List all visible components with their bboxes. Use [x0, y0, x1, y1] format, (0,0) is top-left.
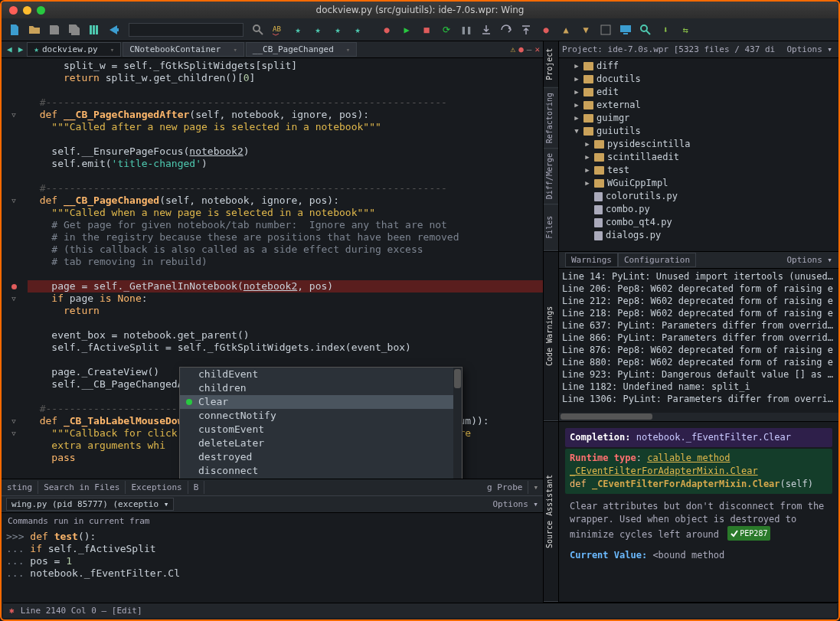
options-menu[interactable]: Options ▾ [492, 499, 538, 509]
vtab-project[interactable]: Project [544, 41, 558, 88]
error-icon[interactable]: ● [518, 44, 524, 54]
nav-back-icon[interactable]: ◀ [5, 44, 15, 54]
class-dropdown[interactable]: CNotebookContainer▾ [123, 42, 244, 57]
project-tree[interactable]: ▶diff▶docutils▶edit▶external▶guimgr▼guiu… [559, 58, 838, 251]
nav-fwd-icon[interactable]: ▶ [16, 44, 26, 54]
tree-item[interactable]: colorutils.py [562, 190, 835, 203]
source-assistant-panel: Source Assistant Completion: notebook._f… [544, 422, 838, 603]
debug-hint: Commands run in current fram [2, 513, 543, 529]
tool-tab[interactable]: B [188, 481, 205, 494]
autocomplete-item[interactable]: customEvent [180, 423, 462, 436]
tree-item[interactable]: combo_qt4.py [562, 216, 835, 229]
vtab-refactoring[interactable]: Refactoring [544, 88, 558, 149]
search-icon[interactable] [250, 21, 266, 38]
tool-tab[interactable]: Search in Files [38, 481, 126, 494]
subtab-configuration[interactable]: Configuration [618, 253, 696, 267]
vtab-source-assistant[interactable]: Source Assistant [544, 422, 558, 602]
sync-icon[interactable]: ⇆ [677, 21, 694, 38]
pause-icon[interactable]: ❚❚ [458, 21, 475, 38]
file-tab[interactable]: ★dockview.py▾ [27, 42, 121, 57]
tree-item[interactable]: dialogs.py [562, 229, 835, 242]
zoom-icon[interactable] [637, 21, 654, 38]
run-icon[interactable]: ▶ [398, 21, 415, 38]
tool-tab[interactable]: sting [2, 481, 38, 494]
autocomplete-item[interactable]: disconnect [180, 464, 462, 478]
warning-row[interactable]: Line 923: PyLint: Dangerous default valu… [562, 368, 835, 381]
search-input[interactable] [129, 23, 244, 37]
warning-row[interactable]: Line 1182: Undefined name: split_i [562, 381, 835, 393]
save-all-icon[interactable] [66, 21, 83, 38]
warning-row[interactable]: Line 218: Pep8: W602 deprecated form of … [562, 307, 835, 319]
tree-item[interactable]: ▶edit [562, 86, 835, 99]
monitor-icon[interactable] [617, 21, 634, 38]
warning-icon[interactable]: ⚠ [511, 44, 516, 54]
step-in-icon[interactable] [478, 21, 495, 38]
subtab-warnings[interactable]: Warnings [565, 253, 618, 267]
vtab-files[interactable]: Files [544, 204, 558, 251]
warning-row[interactable]: Line 212: Pep8: W602 deprecated form of … [562, 295, 835, 307]
tree-item[interactable]: ▶pysidescintilla [562, 138, 835, 151]
tool-tab[interactable]: Exceptions [126, 481, 188, 494]
bookmark-star-icon[interactable]: ★ [289, 21, 306, 38]
vtab-diff/merge[interactable]: Diff/Merge [544, 149, 558, 204]
runtime-class-link[interactable]: _CEventFilterForAdapterMixin.Clear [570, 466, 758, 476]
step-over-icon[interactable] [498, 21, 515, 38]
autocomplete-item[interactable]: childEvent [180, 368, 462, 381]
save-icon[interactable] [46, 21, 63, 38]
warning-row[interactable]: Line 866: PyLint: Parameters differ from… [562, 332, 835, 344]
method-dropdown[interactable]: __CB_PageChanged▾ [246, 42, 357, 57]
warning-row[interactable]: Line 1306: PyLint: Parameters differ fro… [562, 393, 835, 405]
bookmark-add-icon[interactable]: ★ [349, 21, 366, 38]
spellcheck-icon[interactable]: AB [270, 21, 286, 38]
tree-item[interactable]: ▼guiutils [562, 125, 835, 138]
tool-tab-probe[interactable]: g Probe [482, 481, 528, 494]
lock-icon[interactable]: – [527, 44, 532, 54]
autocomplete-item[interactable]: disconnectNotify [180, 478, 462, 479]
warning-row[interactable]: Line 206: Pep8: W602 deprecated form of … [562, 283, 835, 295]
process-dropdown[interactable]: wing.py (pid 85777) (exceptio ▾ [6, 498, 174, 511]
open-folder-icon[interactable] [26, 21, 43, 38]
stop-icon[interactable]: ■ [418, 21, 435, 38]
warnings-options[interactable]: Options ▾ [786, 255, 832, 265]
tree-item[interactable]: ▶WGuiCppImpl [562, 177, 835, 190]
record-icon[interactable]: ● [378, 21, 395, 38]
breakpoint-icon[interactable]: ● [538, 21, 554, 38]
frame-down-icon[interactable]: ▼ [577, 21, 594, 38]
autocomplete-item[interactable]: Clear [180, 395, 462, 409]
debug-repl[interactable]: >>> def test():... if self._fActiveSplit… [2, 529, 543, 603]
tree-item[interactable]: ▶scintillaedit [562, 151, 835, 164]
bug-icon[interactable]: ✱ [9, 606, 15, 616]
close-tab-icon[interactable]: ✕ [534, 44, 540, 54]
download-icon[interactable]: ⬇ [657, 21, 674, 38]
step-out-icon[interactable] [518, 21, 534, 38]
restart-icon[interactable]: ⟳ [438, 21, 455, 38]
autocomplete-item[interactable]: connectNotify [180, 409, 462, 423]
indent-icon[interactable] [86, 21, 103, 38]
tree-item[interactable]: ▶guimgr [562, 112, 835, 125]
tree-item[interactable]: ▶test [562, 164, 835, 177]
bookmark-gear-icon[interactable]: ★ [329, 21, 346, 38]
warning-row[interactable]: Line 14: PyLint: Unused import itertools… [562, 270, 835, 283]
autocomplete-item[interactable]: children [180, 381, 462, 395]
runtime-type-link[interactable]: callable method [647, 453, 730, 463]
tree-item[interactable]: ▶diff [562, 60, 835, 73]
scrollbar[interactable] [453, 368, 462, 479]
tree-item[interactable]: ▶docutils [562, 73, 835, 86]
project-options[interactable]: Options ▾ [786, 44, 832, 54]
code-editor[interactable]: ▽▽▽▽▽ split_w = self._fGtkSplitWidgets[s… [2, 58, 543, 479]
new-file-icon[interactable] [6, 21, 23, 38]
bookmark-run-icon[interactable]: ★ [309, 21, 326, 38]
autocomplete-item[interactable]: destroyed [180, 450, 462, 464]
clear-icon[interactable] [597, 21, 614, 38]
vtab-code-warnings[interactable]: Code Warnings [544, 252, 558, 421]
warnings-list[interactable]: Line 14: PyLint: Unused import itertools… [559, 269, 838, 413]
warning-row[interactable]: Line 876: Pep8: W602 deprecated form of … [562, 344, 835, 356]
frame-up-icon[interactable]: ▲ [557, 21, 574, 38]
scrollbar[interactable] [559, 413, 838, 421]
warning-row[interactable]: Line 880: Pep8: W602 deprecated form of … [562, 356, 835, 368]
warning-row[interactable]: Line 637: PyLint: Parameters differ from… [562, 319, 835, 332]
tree-item[interactable]: ▶external [562, 99, 835, 112]
autocomplete-item[interactable]: deleteLater [180, 436, 462, 450]
tree-item[interactable]: combo.py [562, 203, 835, 216]
goto-icon[interactable] [106, 21, 123, 38]
